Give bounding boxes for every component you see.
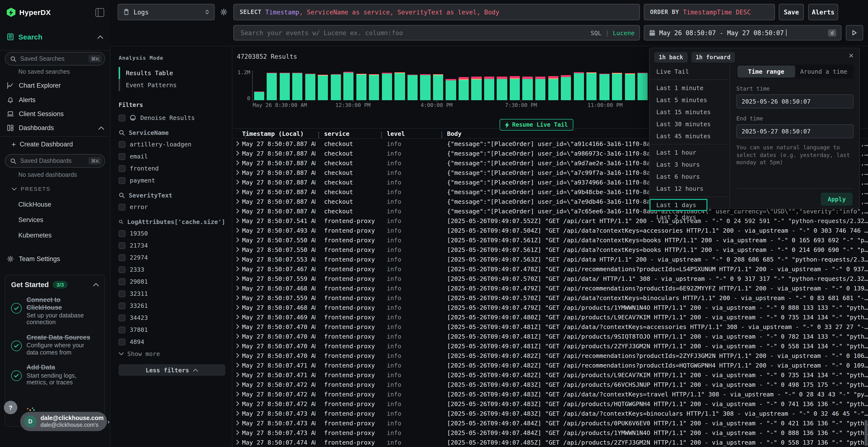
expand-row-icon[interactable]: [234, 343, 242, 348]
histogram-bar[interactable]: [484, 77, 494, 100]
histogram-bar[interactable]: [344, 72, 354, 100]
checkbox[interactable]: [119, 204, 125, 210]
expand-row-icon[interactable]: [234, 151, 242, 156]
sidebar-item-search[interactable]: Search: [7, 33, 103, 41]
histogram-bar[interactable]: [471, 77, 482, 100]
histogram-bar[interactable]: [318, 75, 328, 100]
lang-toggle-sql[interactable]: SQL: [590, 29, 601, 36]
time-preset-option[interactable]: Last 6 hours: [650, 171, 730, 182]
apply-button[interactable]: Apply: [821, 193, 852, 206]
saved-searches-input[interactable]: ⌘K: [5, 52, 105, 66]
log-row[interactable]: May 27 8:50:07.470 AM frontend-proxy inf…: [234, 332, 868, 341]
histogram-bar[interactable]: [510, 76, 520, 100]
checkbox[interactable]: [119, 114, 125, 121]
show-more-button[interactable]: Show more: [119, 350, 225, 357]
tab-around-a-time[interactable]: Around a time: [795, 66, 852, 77]
expand-row-icon[interactable]: [234, 170, 242, 175]
log-row[interactable]: May 27 8:50:07.470 AM frontend-proxy inf…: [234, 322, 868, 332]
checkbox[interactable]: [119, 177, 125, 184]
log-row[interactable]: May 27 8:50:07.550 AM frontend-proxy inf…: [234, 245, 868, 254]
expand-row-icon[interactable]: [234, 180, 242, 184]
histogram-bar[interactable]: [548, 76, 558, 100]
checkbox[interactable]: [119, 165, 125, 172]
sidebar-item-dashboards[interactable]: Dashboards: [7, 124, 104, 132]
histogram-bar[interactable]: [497, 77, 507, 100]
log-row[interactable]: May 27 8:50:07.470 AM frontend-proxy inf…: [234, 351, 868, 360]
expand-row-icon[interactable]: [234, 295, 242, 300]
log-row[interactable]: May 27 8:50:07.467 AM frontend-proxy inf…: [234, 264, 868, 274]
mode-results-table[interactable]: Results Table: [119, 67, 225, 79]
checkbox[interactable]: [119, 266, 125, 273]
filter-option[interactable]: 2333: [119, 266, 225, 273]
log-row[interactable]: May 27 8:50:07.472 AM frontend-proxy inf…: [234, 380, 868, 389]
checkbox[interactable]: [119, 290, 125, 297]
shift-1h-back-button[interactable]: 1h back: [654, 52, 687, 63]
expand-row-icon[interactable]: [234, 161, 242, 165]
tab-time-range[interactable]: Time range: [737, 66, 795, 77]
histogram-bar[interactable]: [433, 74, 443, 100]
histogram-bar[interactable]: [395, 72, 405, 100]
sidebar-collapse-icon[interactable]: [95, 8, 104, 16]
histogram-bar[interactable]: [305, 74, 315, 100]
log-row[interactable]: May 27 8:50:07.470 AM frontend-proxy inf…: [234, 341, 868, 351]
saved-searches-field[interactable]: [19, 55, 86, 63]
log-row[interactable]: May 27 8:50:07.559 AM frontend-proxy inf…: [234, 293, 868, 303]
source-select[interactable]: Logs: [118, 4, 215, 20]
saved-dashboards-field[interactable]: [19, 157, 86, 165]
checkbox[interactable]: [119, 242, 125, 249]
histogram-bar[interactable]: [561, 75, 571, 100]
mode-event-patterns[interactable]: Event Patterns: [119, 79, 225, 91]
expand-row-icon[interactable]: [234, 276, 242, 281]
sidebar-item-kubernetes[interactable]: Kubernetes: [18, 232, 52, 239]
query-settings-gear-icon[interactable]: [220, 8, 227, 16]
histogram-bar[interactable]: [612, 73, 622, 100]
time-preset-option[interactable]: Last 5 minutes: [650, 94, 730, 106]
filter-option[interactable]: 34423: [119, 314, 225, 321]
expand-row-icon[interactable]: [234, 305, 242, 310]
expand-row-icon[interactable]: [234, 209, 242, 213]
expand-row-icon[interactable]: [234, 199, 242, 204]
expand-row-icon[interactable]: [234, 228, 242, 233]
expand-row-icon[interactable]: [234, 238, 242, 242]
log-row[interactable]: May 27 8:50:07.474 AM frontend-proxy inf…: [234, 437, 868, 447]
expand-row-icon[interactable]: [234, 391, 242, 397]
histogram-bar[interactable]: [574, 72, 584, 100]
filter-option[interactable]: 37801: [119, 326, 225, 333]
chevron-up-icon[interactable]: [97, 35, 103, 39]
log-row[interactable]: May 27 8:50:07.553 AM frontend-proxy inf…: [234, 254, 868, 264]
column-header-level[interactable]: level: [378, 130, 438, 137]
end-time-field[interactable]: [736, 124, 854, 138]
sidebar-item-alerts[interactable]: Alerts: [7, 96, 104, 104]
histogram-bar[interactable]: [459, 77, 469, 100]
filter-option[interactable]: 22974: [119, 254, 225, 261]
histogram-bar[interactable]: [267, 72, 277, 100]
log-row[interactable]: May 27 8:50:07.468 AM frontend-proxy inf…: [234, 283, 868, 293]
log-row[interactable]: May 27 8:50:07.472 AM frontend-proxy inf…: [234, 399, 868, 409]
checkbox[interactable]: [119, 141, 125, 148]
filter-option[interactable]: 21734: [119, 242, 225, 249]
time-range-input[interactable]: May 26 08:50:07 - May 27 08:50:07 d: [644, 25, 841, 40]
time-preset-option[interactable]: Last 45 minutes: [650, 130, 730, 142]
less-filters-button[interactable]: Less filters: [119, 364, 225, 376]
checkbox[interactable]: [119, 230, 125, 237]
shift-1h-forward-button[interactable]: 1h forward: [691, 52, 735, 63]
expand-row-icon[interactable]: [234, 257, 242, 262]
time-preset-option[interactable]: Last 3 hours: [650, 159, 730, 171]
histogram-bar[interactable]: [369, 74, 379, 100]
filter-option[interactable]: frontend: [119, 165, 225, 172]
orderby-clause-input[interactable]: ORDER BY TimestampTime DESC: [644, 4, 775, 20]
filter-option[interactable]: 33261: [119, 302, 225, 309]
presets-section-header[interactable]: PRESETS: [11, 186, 51, 192]
checkbox[interactable]: [119, 153, 125, 160]
saved-dashboards-input[interactable]: ⌘K: [5, 154, 105, 168]
help-button[interactable]: ?: [4, 401, 18, 414]
log-row[interactable]: May 27 8:50:07.559 AM frontend-proxy inf…: [234, 274, 868, 283]
log-row[interactable]: May 27 8:50:07.550 AM frontend-proxy inf…: [234, 235, 868, 245]
expand-row-icon[interactable]: [234, 382, 242, 387]
run-search-button[interactable]: [846, 25, 863, 40]
log-row[interactable]: May 27 8:50:07.541 AM frontend-proxy inf…: [234, 216, 868, 226]
event-search-input[interactable]: SQL | Lucene: [234, 25, 640, 40]
chevron-up-icon[interactable]: [93, 283, 99, 286]
expand-row-icon[interactable]: [234, 286, 242, 290]
chevron-up-icon[interactable]: [98, 126, 104, 130]
